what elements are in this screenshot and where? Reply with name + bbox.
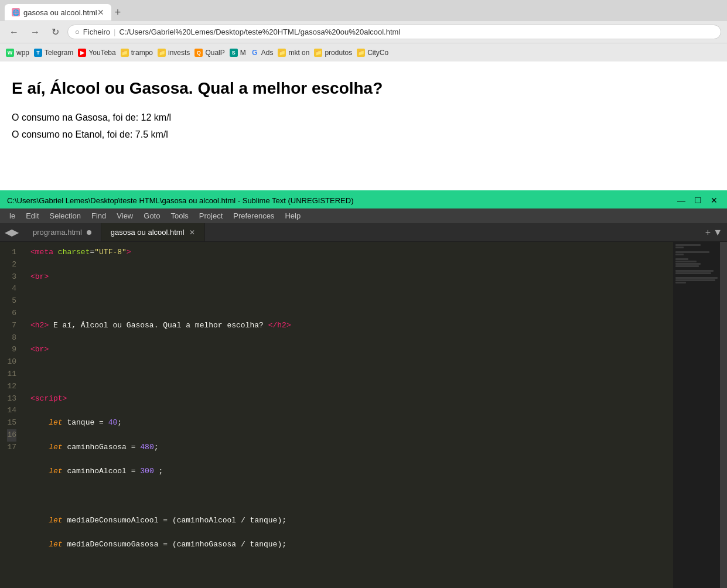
close-icon[interactable]: ✕ bbox=[189, 228, 195, 237]
bookmark-wpp[interactable]: W wpp bbox=[6, 49, 29, 57]
close-window-button[interactable]: ✕ bbox=[708, 194, 720, 206]
address-input[interactable]: ○ Ficheiro | C:/Users/Gabriel%20Lemes/De… bbox=[67, 25, 721, 39]
folder-icon: 📁 bbox=[121, 49, 129, 57]
code-editor[interactable]: <meta charset="UTF-8"> <br> <h2> E aí, Á… bbox=[23, 242, 673, 588]
new-tab-editor-button[interactable]: + bbox=[705, 227, 711, 238]
tab-arrows[interactable]: ◀▶ bbox=[0, 227, 23, 238]
protocol-label: Ficheiro bbox=[83, 28, 110, 36]
folder-icon: 📁 bbox=[158, 49, 166, 57]
menu-find[interactable]: Find bbox=[87, 210, 111, 222]
minimap-preview bbox=[675, 244, 718, 283]
menu-edit[interactable]: Edit bbox=[21, 210, 43, 222]
telegram-icon: T bbox=[34, 49, 42, 57]
wpp-icon: W bbox=[6, 49, 14, 57]
bookmark-invests[interactable]: 📁 invests bbox=[158, 49, 190, 57]
editor-window: C:\Users\Gabriel Lemes\Desktop\teste HTM… bbox=[0, 190, 727, 588]
tab-programa[interactable]: programa.html bbox=[23, 223, 101, 241]
tab-favicon: 🌐 bbox=[12, 8, 20, 16]
bookmark-youteba[interactable]: ▶ YouTeba bbox=[78, 49, 115, 57]
browser-window: 🌐 gasosa ou alcool.html ✕ + ← → ↻ ○ Fich… bbox=[0, 0, 727, 190]
line-numbers: 1 2 3 4 5 6 7 8 9 10 11 12 13 14 15 16 1… bbox=[0, 242, 23, 588]
tab-spacer: + ▼ bbox=[701, 225, 727, 240]
menu-goto[interactable]: Goto bbox=[139, 210, 165, 222]
refresh-button[interactable]: ↻ bbox=[48, 25, 63, 39]
menu-tools[interactable]: Tools bbox=[166, 210, 193, 222]
bookmark-label: M bbox=[240, 49, 246, 57]
menu-file[interactable]: le bbox=[5, 210, 20, 222]
bookmark-cityco[interactable]: 📁 CityCo bbox=[357, 49, 388, 57]
scrollbar[interactable] bbox=[720, 242, 727, 588]
bookmark-mkton[interactable]: 📁 mkt on bbox=[278, 49, 309, 57]
bookmark-label: invests bbox=[168, 49, 190, 57]
bookmark-label: mkt on bbox=[288, 49, 309, 57]
tab-title: gasosa ou alcool.html bbox=[23, 8, 97, 17]
menu-help[interactable]: Help bbox=[280, 210, 305, 222]
page-heading: E aí, Álcool ou Gasosa. Qual a melhor es… bbox=[12, 79, 715, 98]
minimize-button[interactable]: — bbox=[675, 194, 687, 206]
bookmark-label: YouTeba bbox=[88, 49, 115, 57]
menu-view[interactable]: View bbox=[112, 210, 138, 222]
editor-title: C:\Users\Gabriel Lemes\Desktop\teste HTM… bbox=[7, 196, 353, 205]
bookmark-label: Telegram bbox=[45, 49, 73, 57]
output-gasosa: O consumo na Gasosa, foi de: 12 km/l bbox=[12, 110, 715, 127]
bookmark-label: CityCo bbox=[367, 49, 388, 57]
folder-icon: 📁 bbox=[278, 49, 286, 57]
bookmark-label: wpp bbox=[16, 49, 29, 57]
bookmark-label: produtos bbox=[325, 49, 352, 57]
close-icon[interactable]: ✕ bbox=[97, 8, 104, 17]
editor-menubar: le Edit Selection Find View Goto Tools P… bbox=[0, 208, 727, 223]
minimap bbox=[673, 242, 720, 588]
m-icon: S bbox=[230, 49, 238, 57]
qualp-icon: Q bbox=[194, 49, 203, 57]
tab-list-button[interactable]: ▼ bbox=[713, 227, 722, 238]
new-tab-button[interactable]: + bbox=[115, 6, 121, 19]
bookmark-label: QualP bbox=[205, 49, 224, 57]
bookmark-qualp[interactable]: Q QualP bbox=[194, 49, 224, 57]
folder-icon: 📁 bbox=[314, 49, 322, 57]
address-separator: | bbox=[114, 28, 115, 36]
window-controls: — ☐ ✕ bbox=[675, 194, 720, 206]
google-icon: G bbox=[251, 49, 259, 57]
output-etanol: O consumo no Etanol, foi de: 7.5 km/l bbox=[12, 127, 715, 143]
youtube-icon: ▶ bbox=[78, 49, 86, 57]
tab-dot bbox=[87, 230, 91, 235]
menu-project[interactable]: Project bbox=[194, 210, 227, 222]
bookmark-telegram[interactable]: T Telegram bbox=[34, 49, 73, 57]
page-output: O consumo na Gasosa, foi de: 12 km/l O c… bbox=[12, 110, 715, 143]
tab-bar: 🌐 gasosa ou alcool.html ✕ + bbox=[0, 0, 727, 21]
folder-icon: 📁 bbox=[357, 49, 365, 57]
editor-titlebar: C:\Users\Gabriel Lemes\Desktop\teste HTM… bbox=[0, 192, 727, 208]
browser-content: E aí, Álcool ou Gasosa. Qual a melhor es… bbox=[0, 61, 727, 190]
menu-preferences[interactable]: Preferences bbox=[228, 210, 279, 222]
editor-body: 1 2 3 4 5 6 7 8 9 10 11 12 13 14 15 16 1… bbox=[0, 242, 727, 588]
tab-label: gasosa ou alcool.html bbox=[111, 228, 185, 237]
menu-selection[interactable]: Selection bbox=[45, 210, 86, 222]
address-bar-row: ← → ↻ ○ Ficheiro | C:/Users/Gabriel%20Le… bbox=[0, 21, 727, 43]
lock-icon: ○ bbox=[75, 28, 80, 36]
bookmarks-bar: W wpp T Telegram ▶ YouTeba 📁 trampo 📁 in… bbox=[0, 43, 727, 61]
tab-label: programa.html bbox=[33, 228, 82, 237]
editor-tabs: ◀▶ programa.html gasosa ou alcool.html ✕… bbox=[0, 223, 727, 242]
bookmark-m[interactable]: S M bbox=[230, 49, 246, 57]
bookmark-ads[interactable]: G Ads bbox=[251, 49, 274, 57]
maximize-button[interactable]: ☐ bbox=[692, 194, 704, 206]
bookmark-trampo[interactable]: 📁 trampo bbox=[121, 49, 153, 57]
address-path: C:/Users/Gabriel%20Lemes/Desktop/teste%2… bbox=[120, 28, 401, 36]
bookmark-label: trampo bbox=[131, 49, 153, 57]
browser-tab[interactable]: 🌐 gasosa ou alcool.html ✕ bbox=[5, 4, 111, 20]
bookmark-produtos[interactable]: 📁 produtos bbox=[314, 49, 352, 57]
back-button[interactable]: ← bbox=[6, 26, 22, 39]
bookmark-label: Ads bbox=[261, 49, 274, 57]
tab-gasosa[interactable]: gasosa ou alcool.html ✕ bbox=[101, 223, 205, 241]
forward-button[interactable]: → bbox=[27, 26, 43, 39]
